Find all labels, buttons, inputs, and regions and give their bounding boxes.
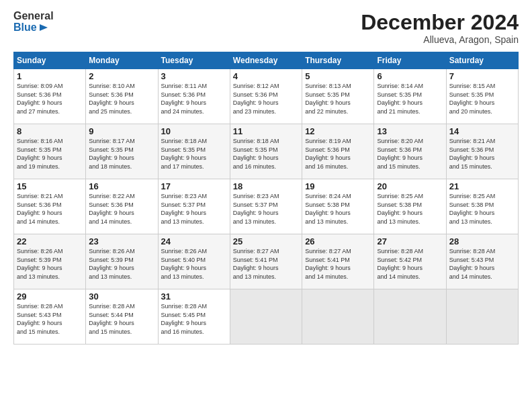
day-header-friday: Friday <box>374 52 446 69</box>
day-number: 27 <box>377 236 443 246</box>
calendar-cell: 28Sunrise: 8:28 AM Sunset: 5:43 PM Dayli… <box>446 234 518 289</box>
day-info: Sunrise: 8:23 AM Sunset: 5:37 PM Dayligh… <box>233 192 299 226</box>
calendar-cell: 25Sunrise: 8:27 AM Sunset: 5:41 PM Dayli… <box>230 234 302 289</box>
day-number: 30 <box>89 291 154 302</box>
day-number: 20 <box>377 181 443 191</box>
day-info: Sunrise: 8:28 AM Sunset: 5:43 PM Dayligh… <box>17 302 83 336</box>
calendar-cell: 10Sunrise: 8:18 AM Sunset: 5:35 PM Dayli… <box>158 124 230 179</box>
calendar-week-1: 1Sunrise: 8:09 AM Sunset: 5:36 PM Daylig… <box>14 69 519 124</box>
day-number: 21 <box>449 181 515 191</box>
calendar-cell: 31Sunrise: 8:28 AM Sunset: 5:45 PM Dayli… <box>158 289 230 345</box>
day-number: 11 <box>233 126 299 136</box>
calendar-cell: 4Sunrise: 8:12 AM Sunset: 5:36 PM Daylig… <box>230 69 302 124</box>
calendar-cell: 19Sunrise: 8:24 AM Sunset: 5:38 PM Dayli… <box>302 179 374 234</box>
day-number: 29 <box>17 291 83 302</box>
day-info: Sunrise: 8:11 AM Sunset: 5:36 PM Dayligh… <box>161 82 227 116</box>
day-info: Sunrise: 8:28 AM Sunset: 5:45 PM Dayligh… <box>161 302 227 336</box>
day-info: Sunrise: 8:20 AM Sunset: 5:36 PM Dayligh… <box>377 137 443 171</box>
calendar-cell: 16Sunrise: 8:22 AM Sunset: 5:36 PM Dayli… <box>86 179 158 234</box>
calendar-cell: 14Sunrise: 8:21 AM Sunset: 5:36 PM Dayli… <box>446 124 518 179</box>
day-info: Sunrise: 8:19 AM Sunset: 5:36 PM Dayligh… <box>305 137 371 171</box>
day-info: Sunrise: 8:17 AM Sunset: 5:35 PM Dayligh… <box>89 137 154 171</box>
calendar-cell: 18Sunrise: 8:23 AM Sunset: 5:37 PM Dayli… <box>230 179 302 234</box>
day-header-tuesday: Tuesday <box>158 52 230 69</box>
month-title: December 2024 <box>361 11 519 34</box>
title-area: December 2024 Allueva, Aragon, Spain <box>361 11 519 45</box>
logo: General Blue <box>13 11 54 34</box>
day-header-sunday: Sunday <box>14 52 86 69</box>
day-info: Sunrise: 8:28 AM Sunset: 5:43 PM Dayligh… <box>449 247 515 281</box>
day-info: Sunrise: 8:18 AM Sunset: 5:35 PM Dayligh… <box>233 137 299 171</box>
day-number: 4 <box>233 71 299 81</box>
day-info: Sunrise: 8:18 AM Sunset: 5:35 PM Dayligh… <box>161 137 227 171</box>
calendar: SundayMondayTuesdayWednesdayThursdayFrid… <box>13 52 519 345</box>
calendar-cell: 20Sunrise: 8:25 AM Sunset: 5:38 PM Dayli… <box>374 179 446 234</box>
calendar-cell: 13Sunrise: 8:20 AM Sunset: 5:36 PM Dayli… <box>374 124 446 179</box>
calendar-cell: 12Sunrise: 8:19 AM Sunset: 5:36 PM Dayli… <box>302 124 374 179</box>
day-number: 17 <box>161 181 227 191</box>
day-number: 22 <box>17 236 83 246</box>
day-info: Sunrise: 8:27 AM Sunset: 5:41 PM Dayligh… <box>233 247 299 281</box>
day-info: Sunrise: 8:28 AM Sunset: 5:44 PM Dayligh… <box>89 302 154 336</box>
calendar-week-5: 29Sunrise: 8:28 AM Sunset: 5:43 PM Dayli… <box>14 289 519 345</box>
calendar-cell: 3Sunrise: 8:11 AM Sunset: 5:36 PM Daylig… <box>158 69 230 124</box>
calendar-cell: 29Sunrise: 8:28 AM Sunset: 5:43 PM Dayli… <box>14 289 86 345</box>
calendar-cell: 11Sunrise: 8:18 AM Sunset: 5:35 PM Dayli… <box>230 124 302 179</box>
day-info: Sunrise: 8:25 AM Sunset: 5:38 PM Dayligh… <box>377 192 443 226</box>
day-info: Sunrise: 8:26 AM Sunset: 5:39 PM Dayligh… <box>17 247 83 281</box>
day-number: 13 <box>377 126 443 136</box>
day-info: Sunrise: 8:22 AM Sunset: 5:36 PM Dayligh… <box>89 192 154 226</box>
day-number: 5 <box>305 71 371 81</box>
calendar-week-2: 8Sunrise: 8:16 AM Sunset: 5:35 PM Daylig… <box>14 124 519 179</box>
day-number: 31 <box>161 291 227 302</box>
day-info: Sunrise: 8:21 AM Sunset: 5:36 PM Dayligh… <box>449 137 515 171</box>
calendar-cell <box>302 289 374 345</box>
day-number: 8 <box>17 126 83 136</box>
logo-svg: General Blue <box>13 11 54 34</box>
day-info: Sunrise: 8:21 AM Sunset: 5:36 PM Dayligh… <box>17 192 83 226</box>
calendar-cell <box>446 289 518 345</box>
day-number: 19 <box>305 181 371 191</box>
day-header-monday: Monday <box>86 52 158 69</box>
day-info: Sunrise: 8:26 AM Sunset: 5:40 PM Dayligh… <box>161 247 227 281</box>
day-number: 25 <box>233 236 299 246</box>
calendar-cell: 17Sunrise: 8:23 AM Sunset: 5:37 PM Dayli… <box>158 179 230 234</box>
day-number: 2 <box>89 71 154 81</box>
calendar-cell: 15Sunrise: 8:21 AM Sunset: 5:36 PM Dayli… <box>14 179 86 234</box>
day-info: Sunrise: 8:16 AM Sunset: 5:35 PM Dayligh… <box>17 137 83 171</box>
calendar-cell: 7Sunrise: 8:15 AM Sunset: 5:35 PM Daylig… <box>446 69 518 124</box>
day-number: 1 <box>17 71 83 81</box>
calendar-cell <box>230 289 302 345</box>
calendar-cell: 30Sunrise: 8:28 AM Sunset: 5:44 PM Dayli… <box>86 289 158 345</box>
day-number: 7 <box>449 71 515 81</box>
calendar-cell: 9Sunrise: 8:17 AM Sunset: 5:35 PM Daylig… <box>86 124 158 179</box>
day-number: 6 <box>377 71 443 81</box>
day-info: Sunrise: 8:25 AM Sunset: 5:38 PM Dayligh… <box>449 192 515 226</box>
calendar-cell: 1Sunrise: 8:09 AM Sunset: 5:36 PM Daylig… <box>14 69 86 124</box>
day-number: 12 <box>305 126 371 136</box>
day-number: 28 <box>449 236 515 246</box>
day-header-thursday: Thursday <box>302 52 374 69</box>
day-number: 15 <box>17 181 83 191</box>
day-header-saturday: Saturday <box>446 52 518 69</box>
calendar-cell: 23Sunrise: 8:26 AM Sunset: 5:39 PM Dayli… <box>86 234 158 289</box>
page-header: General Blue December 2024 Allueva, Arag… <box>13 11 519 45</box>
calendar-cell: 26Sunrise: 8:27 AM Sunset: 5:41 PM Dayli… <box>302 234 374 289</box>
day-info: Sunrise: 8:14 AM Sunset: 5:35 PM Dayligh… <box>377 82 443 116</box>
day-number: 9 <box>89 126 154 136</box>
calendar-cell: 6Sunrise: 8:14 AM Sunset: 5:35 PM Daylig… <box>374 69 446 124</box>
location: Allueva, Aragon, Spain <box>361 34 519 45</box>
day-info: Sunrise: 8:09 AM Sunset: 5:36 PM Dayligh… <box>17 82 83 116</box>
calendar-cell: 24Sunrise: 8:26 AM Sunset: 5:40 PM Dayli… <box>158 234 230 289</box>
day-info: Sunrise: 8:13 AM Sunset: 5:35 PM Dayligh… <box>305 82 371 116</box>
calendar-cell: 8Sunrise: 8:16 AM Sunset: 5:35 PM Daylig… <box>14 124 86 179</box>
day-number: 23 <box>89 236 154 246</box>
calendar-week-3: 15Sunrise: 8:21 AM Sunset: 5:36 PM Dayli… <box>14 179 519 234</box>
day-info: Sunrise: 8:26 AM Sunset: 5:39 PM Dayligh… <box>89 247 154 281</box>
day-info: Sunrise: 8:23 AM Sunset: 5:37 PM Dayligh… <box>161 192 227 226</box>
calendar-header-row: SundayMondayTuesdayWednesdayThursdayFrid… <box>14 52 519 69</box>
calendar-week-4: 22Sunrise: 8:26 AM Sunset: 5:39 PM Dayli… <box>14 234 519 289</box>
day-info: Sunrise: 8:28 AM Sunset: 5:42 PM Dayligh… <box>377 247 443 281</box>
day-number: 10 <box>161 126 227 136</box>
day-info: Sunrise: 8:27 AM Sunset: 5:41 PM Dayligh… <box>305 247 371 281</box>
